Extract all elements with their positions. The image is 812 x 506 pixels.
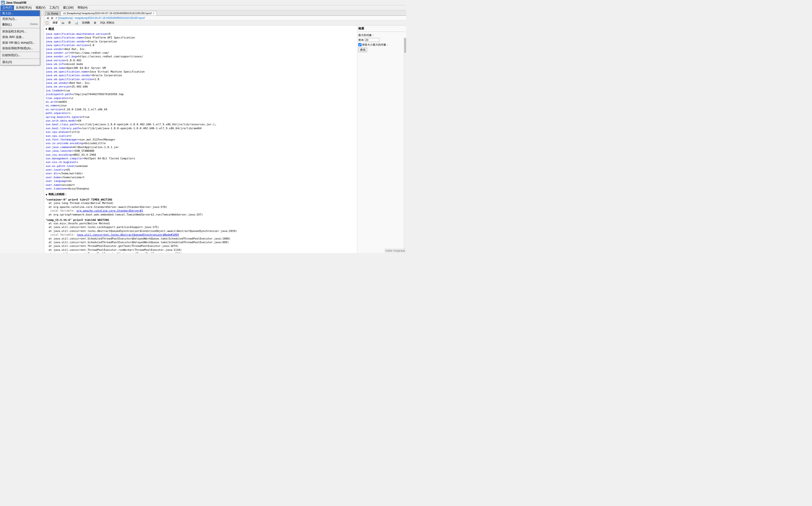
file-menu-compare[interactable]: 比较快照(C)... [0, 53, 40, 58]
thread-stack-1-2: at java.util.concurrent.locks.AbstractQu… [46, 229, 355, 233]
status-text: CSDN 不找发布的 [385, 250, 405, 252]
search-checkbox-input[interactable] [358, 43, 361, 46]
tab-dump-label[interactable]: 🗂 Dump [45, 11, 60, 15]
tab-summary[interactable]: 摘要 [50, 20, 61, 25]
file-menu-add-dump[interactable]: 添加 VM 核心 dump(O)... [0, 40, 40, 46]
prop-21: path.separator=: [46, 111, 355, 115]
thread-stack-1-3: at java.util.concurrent.ScheduledThreadP… [46, 237, 355, 241]
prop-2: java.specification.vendor=Oracle Corpora… [46, 40, 355, 44]
oql-icon: ⚙ [94, 21, 96, 24]
menu-window[interactable]: 窗口(W) [61, 5, 76, 10]
prop-17: line.separator=\n [46, 96, 355, 100]
prop-12: java.vm.specification.version=1.8 [46, 77, 355, 81]
prop-1: java.specification.name=Java Platform AP… [46, 36, 355, 39]
thread-stack-1-7: at java.util.concurrent.ThreadPoolExecut… [46, 252, 355, 253]
prop-22: spring.beaninfo.ignore=true [46, 115, 355, 119]
menu-help[interactable]: 帮助(H) [76, 5, 89, 10]
file-menu-add-jmx[interactable]: 添加 JMX 连接... [0, 34, 40, 40]
prop-36: user.country=US [46, 168, 355, 172]
prop-23: sun.arch.data.model=64 [46, 119, 355, 122]
thread-stack-1-5: at java.util.concurrent.ThreadPoolExecut… [46, 244, 355, 248]
prop-4: java.vendor=Red Hat, Inc. [46, 47, 355, 51]
search-row-2: 查询 [358, 38, 405, 42]
prop-8: java.vm.info=mixed mode [46, 62, 355, 66]
tab-dump-text: Dump [51, 12, 58, 15]
search-row-1: 最大的对象： [358, 33, 405, 37]
file-menu-open[interactable]: 装入(I)... [0, 11, 40, 16]
title-bar-text: Java VisualVM [6, 1, 26, 4]
classes-icon: 🗂 [62, 21, 65, 24]
prop-29: sun.io.unicode.encoding=UnicodeLittle [46, 142, 355, 145]
content-main: ▼ 概述 java.specification.maintenance.vers… [44, 25, 357, 253]
bread-heapdump[interactable]: [heapdump] [58, 16, 73, 19]
collapse-threads-icon[interactable]: ▼ [46, 193, 47, 196]
prop-9: java.vm.name=OpenJDK 64-Bit Server VM [46, 66, 355, 70]
prop-14: java.vm.version=25.402-b06 [46, 85, 355, 88]
prop-24: sun.boot.class.path=/usr/lib/jvm/java-1.… [46, 122, 217, 126]
bread-sep-1: ▸ [56, 16, 57, 19]
file-menu-saveas[interactable]: 另存为(J)... [0, 16, 40, 22]
search-checkbox-label: 保留大小最大的对象： [358, 43, 389, 47]
search-count-input[interactable] [365, 38, 380, 42]
bottom-status-bar: CSDN 不找发布的 [384, 249, 406, 253]
tab-heapdump-icon: 🗃 [63, 12, 66, 15]
bread-filename[interactable]: heapdump2024-04-07-18-033548385024162195… [75, 16, 145, 19]
prop-5: java.vendor.url=https://www.redhat.com/ [46, 51, 355, 55]
thread-link-0-0[interactable]: org.apache.catalina.core.StandardServer#… [77, 209, 143, 212]
search-row-4: 查找 [358, 48, 405, 52]
tab-close-icon[interactable]: ✕ [153, 12, 155, 15]
thread-link-1-0[interactable]: java.util.concurrent.locks.AbstractQueue… [77, 233, 179, 236]
search-panel-title: 检索 [358, 27, 364, 30]
prop-30: sun.java.command=AllBootApplication-1.0.… [46, 145, 355, 149]
thread-stack-1-0: at sun.misc.Unsafe.park(Native Method) [46, 222, 355, 225]
tab-oql[interactable]: OQL 控制台 [97, 20, 117, 25]
prop-6: java.vendor.url.bug=https://access.redha… [46, 55, 355, 58]
menu-tools[interactable]: 工具(T) [47, 5, 61, 10]
thread-stack-1-4: at java.util.concurrent.ScheduledThreadP… [46, 241, 355, 244]
sub-tab-bar: 📋 摘要 🗂 类 📊 实例数 ⚙ OQL 控制台 [44, 20, 406, 25]
prop-25: sun.boot.library.path=/usr/lib/jvm/java-… [46, 126, 355, 130]
file-menu-delete[interactable]: 删除(L)Delete [0, 22, 40, 27]
thread-name-0: "container-0" prio=5 tid=27 TIMED_WAITIN… [46, 198, 355, 201]
tab-heapdump-text: [heapdump] heapdump2024-04-07-18-0335483… [67, 12, 152, 15]
tab-classes[interactable]: 类 [66, 20, 74, 25]
prop-41: user.timezone=Asia/Shanghai [46, 187, 355, 190]
prop-26: sun.cpu.endian=little [46, 130, 355, 134]
file-menu-add-app[interactable]: 添加应用程序/快照(A)... [0, 46, 40, 51]
title-bar: ☕ Java VisualVM [0, 0, 406, 5]
tab-dump-icon: 🗂 [47, 12, 50, 15]
menu-file[interactable]: 文件(F) [0, 5, 14, 10]
summary-section-header[interactable]: ▼ 概述 [46, 27, 355, 31]
thread-name-1: "snmp_CS-S-th-6" prio=5 tid=146 WAITING [46, 219, 355, 222]
right-scroll-thumb[interactable] [404, 38, 406, 53]
threads-section-header[interactable]: ▼ 堆栈上的线程： [46, 192, 355, 197]
search-biggest-label: 最大的对象： [358, 33, 375, 37]
thread-local-1-0: Local Variable: java.util.concurrent.loc… [46, 233, 355, 237]
property-list: java.specification.maintenance.version=5… [46, 32, 355, 190]
right-scrollbar[interactable] [404, 38, 406, 253]
thread-stack-1-6: at java.util.concurrent.ThreadPoolExecut… [46, 248, 355, 252]
thread-stack-0-1: at org.apache.catalina.core.StandardServ… [46, 205, 355, 209]
tab-instances[interactable]: 实例数 [79, 20, 93, 25]
file-divider-3 [0, 59, 40, 59]
file-menu-add-remote[interactable]: 添加远程主机(H)... [0, 29, 40, 34]
bread-separator: › [73, 16, 74, 19]
prop-19: os.name=Linux [46, 104, 355, 107]
breadcrumb-area: ◄ ► ▸ [heapdump] › heapdump2024-04-07-18… [44, 16, 406, 20]
prop-31: sun.java.launcher=SUN_STANDARD [46, 149, 355, 153]
prop-3: java.specification.version=1.8 [46, 44, 355, 47]
prop-35: sun.os.patch.level=unknown [46, 164, 355, 168]
menu-view[interactable]: 视图(V) [33, 5, 47, 10]
tab-main-heapdump[interactable]: 🗃 [heapdump] heapdump2024-04-07-18-03354… [61, 11, 157, 15]
menu-bar: 文件(F) 应用程序(A) 视图(V) 工具(T) 窗口(W) 帮助(H) [0, 5, 406, 10]
prop-0: java.specification.maintenance.version=5 [46, 32, 355, 36]
nav-forward-icon[interactable]: ► [50, 16, 55, 20]
file-menu-exit[interactable]: 退出(X) [0, 59, 40, 65]
nav-back-icon[interactable]: ◄ [45, 16, 50, 20]
collapse-summary-icon[interactable]: ▼ [46, 27, 47, 31]
file-dropdown: 装入(I)... 另存为(J)... 删除(L)Delete 添加远程主机(H)… [0, 10, 40, 65]
summary-title: 概述 [48, 27, 54, 31]
menu-app[interactable]: 应用程序(A) [14, 5, 33, 10]
search-find-button[interactable]: 查找 [358, 48, 367, 52]
thread-stack-1-1: at java.util.concurrent.locks.LockSuppor… [46, 225, 355, 229]
